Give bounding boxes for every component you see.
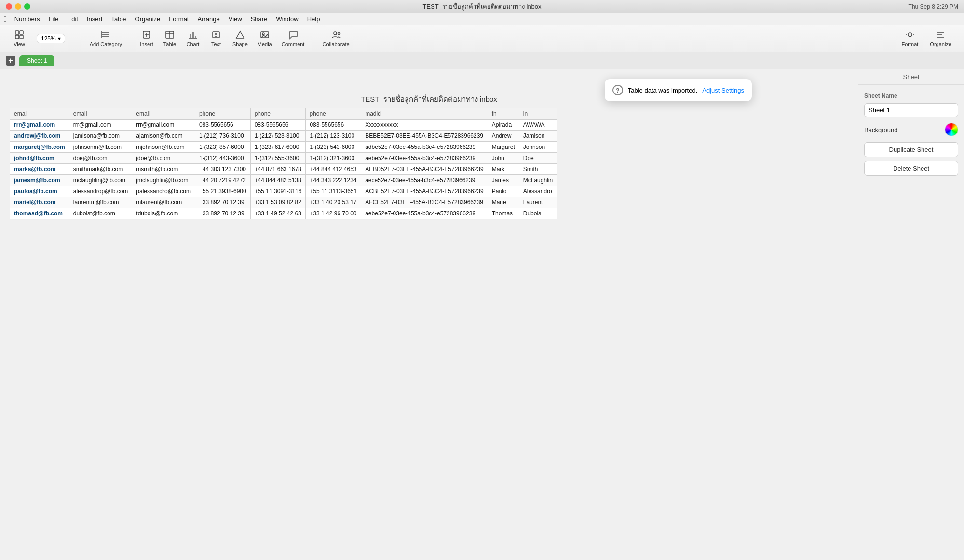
insert-button[interactable]: Insert <box>135 27 158 49</box>
table-cell[interactable]: rrr@gmail.com <box>10 120 69 131</box>
comment-button[interactable]: Comment <box>277 27 310 49</box>
table-cell[interactable]: 1-(323) 617-6000 <box>250 142 306 153</box>
table-cell[interactable]: AEBD52E7-03EE-455A-B3C4-E57283966239 <box>361 164 488 175</box>
table-cell[interactable]: +44 844 412 4653 <box>306 164 361 175</box>
organize-button[interactable]: Organize <box>925 27 956 49</box>
table-row[interactable]: marks@fb.comsmithmark@fb.commsmith@fb.co… <box>10 164 557 175</box>
sheet-name-input[interactable] <box>864 103 958 117</box>
table-cell[interactable]: Doe <box>519 153 557 164</box>
table-cell[interactable]: +33 1 53 09 82 82 <box>250 197 306 208</box>
table-cell[interactable]: Paulo <box>488 186 519 197</box>
table-row[interactable]: andrewj@fb.comjamisona@fb.comajamison@fb… <box>10 131 557 142</box>
table-cell[interactable]: +44 844 482 5138 <box>250 175 306 186</box>
table-cell[interactable]: James <box>488 175 519 186</box>
text-button[interactable]: Text <box>204 27 228 49</box>
menu-file[interactable]: File <box>45 14 63 24</box>
table-button[interactable]: Table <box>158 27 181 49</box>
menu-numbers[interactable]: Numbers <box>11 14 44 24</box>
table-cell[interactable]: johnd@fb.com <box>10 153 69 164</box>
table-cell[interactable]: Jamison <box>519 131 557 142</box>
menu-insert[interactable]: Insert <box>83 14 107 24</box>
table-cell[interactable]: 1-(312) 555-3600 <box>250 153 306 164</box>
format-button[interactable]: Format <box>897 27 923 49</box>
table-cell[interactable]: adbe52e7-03ee-455a-b3c4-e57283966239 <box>361 142 488 153</box>
table-cell[interactable]: smithmark@fb.com <box>69 164 132 175</box>
table-cell[interactable]: jdoe@fb.com <box>132 153 195 164</box>
table-cell[interactable]: Marie <box>488 197 519 208</box>
spreadsheet-wrapper[interactable]: emailemailemailphonephonephonemadidfnln … <box>10 108 848 219</box>
table-cell[interactable]: +55 21 3938-6900 <box>195 186 250 197</box>
table-cell[interactable]: 1-(323) 857-6000 <box>195 142 250 153</box>
menu-table[interactable]: Table <box>107 14 130 24</box>
table-cell[interactable]: +33 892 70 12 39 <box>195 197 250 208</box>
table-cell[interactable]: +44 343 222 1234 <box>306 175 361 186</box>
menu-window[interactable]: Window <box>272 14 302 24</box>
sheet-tab-1[interactable]: Sheet 1 <box>19 55 54 66</box>
table-cell[interactable]: palessandro@fb.com <box>132 186 195 197</box>
table-cell[interactable]: +44 871 663 1678 <box>250 164 306 175</box>
table-cell[interactable]: Apirada <box>488 120 519 131</box>
menu-format[interactable]: Format <box>165 14 192 24</box>
table-cell[interactable]: 1-(312) 321-3600 <box>306 153 361 164</box>
table-cell[interactable]: doej@fb.com <box>69 153 132 164</box>
table-cell[interactable]: aebe52e7-03ee-455a-b3c4-e57283966239 <box>361 208 488 219</box>
table-cell[interactable]: ajamison@fb.com <box>132 131 195 142</box>
add-sheet-button[interactable]: + <box>6 56 15 66</box>
table-cell[interactable]: mjohnson@fb.com <box>132 142 195 153</box>
table-cell[interactable]: margaretj@fb.com <box>10 142 69 153</box>
close-button[interactable] <box>6 3 12 10</box>
table-cell[interactable]: alessandrop@fb.com <box>69 186 132 197</box>
table-cell[interactable]: rrr@gmail.com <box>69 120 132 131</box>
table-cell[interactable]: ACBE52E7-03EE-455A-B3C4-E57283966239 <box>361 186 488 197</box>
menu-arrange[interactable]: Arrange <box>193 14 223 24</box>
menu-edit[interactable]: Edit <box>64 14 82 24</box>
table-cell[interactable]: thomasd@fb.com <box>10 208 69 219</box>
adjust-settings-button[interactable]: Adjust Settings <box>702 87 744 94</box>
table-cell[interactable]: +55 11 3091-3116 <box>250 186 306 197</box>
table-cell[interactable]: 1-(212) 523-3100 <box>250 131 306 142</box>
menu-organize[interactable]: Organize <box>131 14 164 24</box>
table-row[interactable]: pauloa@fb.comalessandrop@fb.compalessand… <box>10 186 557 197</box>
table-cell[interactable]: Andrew <box>488 131 519 142</box>
table-cell[interactable]: 083-5565656 <box>306 120 361 131</box>
table-cell[interactable]: duboist@fb.com <box>69 208 132 219</box>
menu-help[interactable]: Help <box>303 14 324 24</box>
collaborate-button[interactable]: Collaborate <box>317 27 354 49</box>
table-cell[interactable]: Mark <box>488 164 519 175</box>
table-cell[interactable]: John <box>488 153 519 164</box>
table-cell[interactable]: aebe52e7-03ee-455a-b3c4-e57283966239 <box>361 153 488 164</box>
table-cell[interactable]: +33 1 42 96 70 00 <box>306 208 361 219</box>
table-cell[interactable]: johnsonm@fb.com <box>69 142 132 153</box>
table-cell[interactable]: tdubois@fb.com <box>132 208 195 219</box>
table-cell[interactable]: Johnson <box>519 142 557 153</box>
table-cell[interactable]: Margaret <box>488 142 519 153</box>
menu-share[interactable]: Share <box>247 14 272 24</box>
table-cell[interactable]: Dubois <box>519 208 557 219</box>
table-cell[interactable]: Smith <box>519 164 557 175</box>
table-row[interactable]: thomasd@fb.comduboist@fb.comtdubois@fb.c… <box>10 208 557 219</box>
table-cell[interactable]: Alessandro <box>519 186 557 197</box>
table-cell[interactable]: AWAWA <box>519 120 557 131</box>
background-color-picker[interactable] <box>945 123 958 136</box>
table-cell[interactable]: 1-(212) 123-3100 <box>306 131 361 142</box>
apple-logo-icon[interactable]:  <box>4 15 7 24</box>
chart-button[interactable]: Chart <box>181 27 204 49</box>
table-cell[interactable]: aece52e7-03ee-455a-b3c4-e57283966239 <box>361 175 488 186</box>
table-cell[interactable]: +55 11 3113-3651 <box>306 186 361 197</box>
menu-view[interactable]: View <box>225 14 246 24</box>
minimize-button[interactable] <box>15 3 21 10</box>
table-cell[interactable]: 1-(323) 543-6000 <box>306 142 361 153</box>
table-cell[interactable]: AFCE52E7-03EE-455A-B3C4-E57283966239 <box>361 197 488 208</box>
media-button[interactable]: Media <box>253 27 277 49</box>
table-cell[interactable]: jamesm@fb.com <box>10 175 69 186</box>
table-cell[interactable]: 1-(312) 443-3600 <box>195 153 250 164</box>
table-row[interactable]: rrr@gmail.comrrr@gmail.comrrr@gmail.com0… <box>10 120 557 131</box>
table-cell[interactable]: mclaughlinj@fb.com <box>69 175 132 186</box>
view-button[interactable]: View <box>8 27 31 49</box>
delete-sheet-button[interactable]: Delete Sheet <box>864 161 958 176</box>
table-cell[interactable]: laurentm@fb.com <box>69 197 132 208</box>
table-cell[interactable]: 083-5565656 <box>195 120 250 131</box>
table-cell[interactable]: +33 1 40 20 53 17 <box>306 197 361 208</box>
table-cell[interactable]: Laurent <box>519 197 557 208</box>
add-category-button[interactable]: Add Category <box>85 27 127 49</box>
